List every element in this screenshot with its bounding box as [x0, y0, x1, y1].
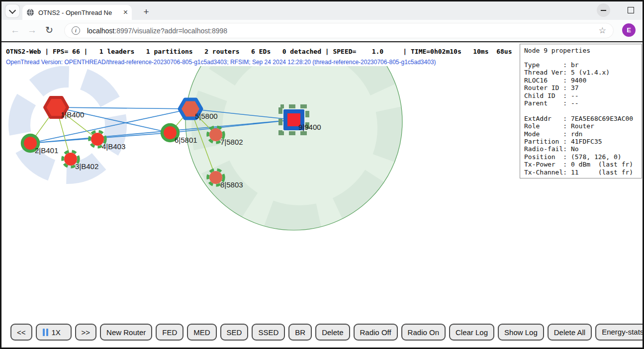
tab-title: OTNS2 - OpenThread Ne	[38, 9, 120, 16]
button-label: <<	[17, 328, 26, 337]
radio-on-button[interactable]: Radio On	[401, 324, 446, 341]
button-label: FED	[162, 328, 177, 337]
button-label: MED	[193, 328, 210, 337]
button-label: BR	[295, 328, 305, 337]
new-sed-button[interactable]: SED	[220, 324, 249, 341]
profile-avatar[interactable]: E	[622, 23, 636, 37]
chevron-down-icon	[9, 6, 16, 13]
url-text[interactable]: localhost:8997/visualize?addr=localhost:…	[87, 27, 595, 35]
node-properties-panel: Node 9 properties Type : br Thread Ver: …	[520, 44, 642, 178]
button-label: >>	[82, 328, 91, 337]
step-forward-button[interactable]: >>	[75, 324, 97, 341]
pause-icon	[43, 329, 48, 336]
address-bar[interactable]: i localhost:8997/visualize?addr=localhos…	[64, 23, 614, 38]
bookmark-star-icon[interactable]: ☆	[599, 25, 606, 36]
minimize-icon	[601, 10, 606, 11]
step-back-button[interactable]: <<	[10, 324, 32, 341]
node-label: 1|B400	[61, 110, 84, 119]
node-label: 9|9400	[298, 123, 321, 131]
new-fed-button[interactable]: FED	[156, 324, 184, 341]
button-label: Radio Off	[360, 328, 391, 337]
new-br-button[interactable]: BR	[288, 324, 312, 341]
node-label: 2|B401	[35, 146, 58, 155]
node-label: 4|B403	[102, 142, 125, 151]
speed-button[interactable]: 1X	[36, 324, 72, 341]
otns-page: OTNS2-Web | FPS= 66 | 1 leaders 1 partit…	[1, 42, 643, 348]
reload-button[interactable]: ↻	[45, 25, 53, 36]
site-info-icon[interactable]: i	[72, 26, 80, 35]
active-tab[interactable]: OTNS2 - OpenThread Ne ×	[22, 5, 132, 20]
tab-close-icon[interactable]: ×	[123, 8, 128, 16]
button-label: Delete All	[554, 328, 585, 337]
button-label: Radio On	[408, 328, 439, 337]
new-router-button[interactable]: New Router	[100, 324, 152, 341]
tab-bar: OTNS2 - OpenThread Ne × +	[1, 1, 643, 20]
button-label: New Router	[106, 328, 146, 337]
energy-stats-button[interactable]: Energy-stats ↗	[595, 324, 644, 341]
router-link	[56, 107, 190, 109]
button-label: Show Log	[504, 328, 538, 337]
button-label: SSED	[258, 328, 278, 337]
browser-window: OTNS2 - OpenThread Ne × + ← → ↻ i localh…	[0, 0, 644, 349]
new-ssed-button[interactable]: SSED	[252, 324, 285, 341]
node-label: 7|5802	[220, 138, 243, 146]
node-label: 6|5801	[175, 136, 197, 144]
openthread-version-link[interactable]: OpenThread Version: OPENTHREAD/thread-re…	[6, 59, 436, 66]
simulation-toolbar: <<1X>>New RouterFEDMEDSEDSSEDBRDeleteRad…	[10, 324, 644, 341]
new-tab-button[interactable]: +	[140, 5, 153, 18]
button-label: 1X	[52, 328, 61, 337]
delete-all-button[interactable]: Delete All	[548, 324, 592, 341]
button-label: Delete	[322, 328, 343, 337]
delete-button[interactable]: Delete	[315, 324, 350, 341]
maximize-icon	[628, 7, 634, 13]
button-label: Clear Log	[456, 328, 488, 337]
node-label: 8|5803	[220, 180, 243, 189]
navigation-bar: ← → ↻ i localhost:8997/visualize?addr=lo…	[1, 20, 643, 42]
node-label: 5|5800	[195, 112, 218, 120]
simulation-status-line: OTNS2-Web | FPS= 66 | 1 leaders 1 partit…	[6, 48, 512, 55]
show-log-button[interactable]: Show Log	[498, 324, 544, 341]
back-button[interactable]: ←	[10, 25, 20, 36]
button-label: SED	[227, 328, 242, 337]
radio-off-button[interactable]: Radio Off	[354, 324, 398, 341]
tab-search-button[interactable]	[5, 4, 19, 17]
minimize-button[interactable]	[597, 3, 610, 17]
node-properties-text: Type : br Thread Ver: 5 (v1.4.x) RLOC16 …	[524, 61, 638, 176]
node-1[interactable]: 1|B400	[45, 97, 84, 119]
globe-favicon-icon	[26, 8, 34, 16]
node-label: 3|B402	[75, 162, 98, 171]
maximize-button[interactable]	[624, 3, 638, 17]
forward-button[interactable]: →	[27, 25, 37, 36]
button-label: Energy-stats ↗	[602, 328, 644, 337]
node-properties-title: Node 9 properties	[524, 47, 638, 54]
new-med-button[interactable]: MED	[187, 324, 216, 341]
clear-log-button[interactable]: Clear Log	[449, 324, 494, 341]
